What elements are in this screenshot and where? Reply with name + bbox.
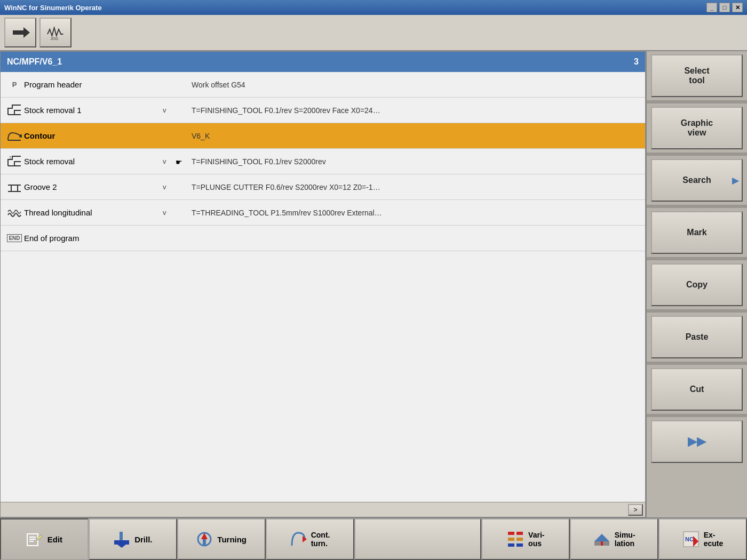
select-tool-label: Selecttool: [684, 66, 709, 85]
contour-icon: [5, 129, 24, 143]
simulation-icon: [593, 531, 610, 548]
drill-button[interactable]: Drill.: [89, 518, 177, 560]
svg-text:NC: NC: [685, 536, 694, 542]
svg-marker-32: [594, 534, 609, 541]
thread-longitudinal-arrow: v: [163, 209, 176, 217]
svg-rect-23: [203, 539, 206, 546]
copy-button[interactable]: Copy: [651, 263, 743, 306]
edit-icon: [26, 531, 43, 548]
thread-longitudinal-label: Thread longitudinal: [24, 208, 163, 217]
title-bar: WinNC for Sinumerik Operate _ □ ✕: [0, 0, 747, 15]
jog-toolbar-button[interactable]: JOG: [39, 18, 71, 47]
spacer-button: [354, 518, 482, 560]
edit-label: Edit: [47, 535, 62, 544]
various-label: Vari-ous: [528, 531, 544, 548]
mark-button[interactable]: Mark: [651, 211, 743, 254]
svg-marker-20: [117, 545, 126, 548]
search-label: Search: [682, 175, 711, 185]
end-icon: END: [5, 234, 24, 242]
graphic-view-button[interactable]: Graphicview: [651, 107, 743, 149]
end-of-program-label: End of program: [24, 234, 163, 243]
program-panel: NC/MPF/V6_1 3 P Program header Work offs…: [0, 51, 646, 517]
close-button[interactable]: ✕: [732, 3, 743, 12]
hand-icon: ☛: [176, 156, 192, 167]
stock-removal-1-icon: [5, 103, 24, 118]
sidebar-sep-6: [647, 362, 747, 365]
groove-2-detail: T=PLUNGE CUTTER F0.6/rev S2000rev X0=12 …: [192, 183, 641, 191]
more-icon: ▶▶: [688, 435, 706, 449]
empty-program-area: [1, 251, 645, 502]
execute-label: Ex-ecute: [704, 531, 724, 548]
turning-icon: [196, 531, 213, 548]
row-stock-removal-1[interactable]: Stock removal 1 v T=FINISHING_TOOL F0.1/…: [1, 98, 645, 123]
svg-rect-18: [120, 532, 123, 540]
svg-marker-1: [23, 27, 30, 38]
paste-label: Paste: [686, 332, 709, 342]
mark-label: Mark: [687, 228, 706, 237]
arrow-toolbar-icon: [11, 23, 30, 42]
taskbar: Edit Drill. Turning Cont.turn.: [0, 517, 747, 560]
sidebar-sep-5: [647, 309, 747, 313]
various-button[interactable]: Vari-ous: [481, 518, 570, 560]
simulation-label: Simu-lation: [615, 531, 635, 548]
program-header-label: Program header: [24, 80, 163, 89]
sidebar-sep-1: [647, 100, 747, 103]
svg-rect-29: [508, 543, 514, 547]
svg-rect-10: [11, 185, 18, 191]
program-number: 3: [634, 57, 639, 67]
svg-rect-28: [516, 538, 523, 541]
cut-button[interactable]: Cut: [651, 368, 743, 411]
title-bar-controls: _ □ ✕: [706, 3, 743, 12]
svg-text:JOG: JOG: [50, 36, 58, 41]
cont-turn-label: Cont.turn.: [311, 531, 330, 548]
row-end-of-program[interactable]: END End of program: [1, 226, 645, 251]
right-sidebar: Selecttool Graphicview Search ▶ Mark Cop…: [646, 51, 747, 517]
row-contour[interactable]: Contour V6_K: [1, 123, 645, 149]
sidebar-sep-7: [647, 414, 747, 417]
sidebar-sep-3: [647, 205, 747, 208]
svg-rect-33: [601, 541, 603, 546]
sidebar-sep-4: [647, 257, 747, 260]
jog-toolbar-icon: JOG: [46, 23, 65, 42]
search-button[interactable]: Search ▶: [651, 159, 743, 202]
edit-button[interactable]: Edit: [0, 518, 89, 560]
more-button[interactable]: ▶▶: [651, 420, 743, 463]
simulation-button[interactable]: Simu-lation: [570, 518, 658, 560]
row-stock-removal[interactable]: Stock removal v ☛ T=FINISHING_TOOL F0.1/…: [1, 149, 645, 174]
execute-button[interactable]: NC Ex-ecute: [658, 518, 747, 560]
svg-rect-25: [508, 532, 514, 535]
sidebar-sep-2: [647, 153, 747, 156]
cont-turn-button[interactable]: Cont.turn.: [266, 518, 354, 560]
drill-icon: [113, 531, 130, 548]
groove-2-arrow: v: [163, 183, 176, 191]
row-thread-longitudinal[interactable]: Thread longitudinal v T=THREADING_TOOL P…: [1, 200, 645, 226]
copy-label: Copy: [686, 280, 708, 290]
turning-button[interactable]: Turning: [177, 518, 266, 560]
groove-2-label: Groove 2: [24, 182, 163, 191]
program-header-detail: Work offset G54: [192, 81, 641, 89]
main-layout: NC/MPF/V6_1 3 P Program header Work offs…: [0, 51, 747, 517]
graphic-view-label: Graphicview: [681, 118, 713, 138]
arrow-toolbar-button[interactable]: [4, 18, 36, 47]
row-groove-2[interactable]: Groove 2 v T=PLUNGE CUTTER F0.6/rev S200…: [1, 174, 645, 200]
various-icon: [507, 531, 524, 548]
stock-removal-arrow: v: [163, 157, 176, 165]
maximize-button[interactable]: □: [719, 3, 730, 12]
row-program-header[interactable]: P Program header Work offset G54: [1, 72, 645, 98]
minimize-button[interactable]: _: [706, 3, 717, 12]
scroll-right-button[interactable]: >: [628, 504, 643, 516]
search-arrow-icon: ▶: [732, 175, 738, 186]
drill-label: Drill.: [134, 535, 152, 544]
contour-detail: V6_K: [192, 132, 641, 140]
svg-rect-27: [508, 538, 514, 541]
p-icon: P: [5, 81, 24, 89]
stock-removal-1-label: Stock removal 1: [24, 106, 163, 115]
thread-icon: [5, 205, 24, 220]
stock-removal-label: Stock removal: [24, 157, 163, 166]
window-title: WinNC for Sinumerik Operate: [4, 4, 102, 12]
cut-label: Cut: [690, 385, 704, 394]
paste-button[interactable]: Paste: [651, 316, 743, 358]
svg-rect-0: [13, 30, 23, 35]
execute-icon: NC: [682, 531, 700, 548]
select-tool-button[interactable]: Selecttool: [651, 54, 743, 97]
